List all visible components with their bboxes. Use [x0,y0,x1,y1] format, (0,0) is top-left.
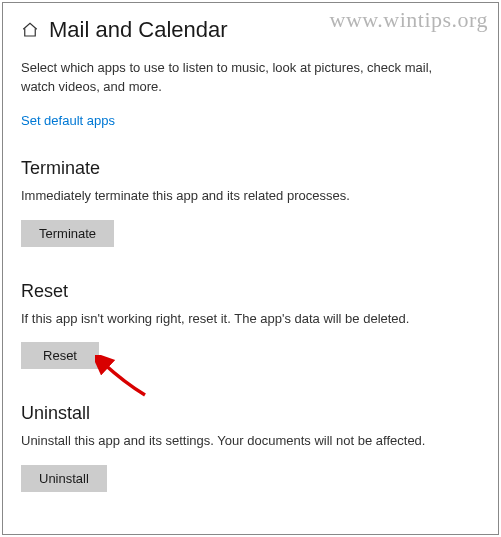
reset-section: Reset If this app isn't working right, r… [21,281,480,370]
terminate-button[interactable]: Terminate [21,220,114,247]
uninstall-description: Uninstall this app and its settings. You… [21,432,451,451]
page-header: Mail and Calendar [21,17,480,43]
reset-description: If this app isn't working right, reset i… [21,310,451,329]
terminate-description: Immediately terminate this app and its r… [21,187,451,206]
page-title: Mail and Calendar [49,17,228,43]
set-default-apps-link[interactable]: Set default apps [21,113,115,128]
intro-description: Select which apps to use to listen to mu… [21,59,451,97]
uninstall-title: Uninstall [21,403,480,424]
terminate-section: Terminate Immediately terminate this app… [21,158,480,247]
reset-title: Reset [21,281,480,302]
terminate-title: Terminate [21,158,480,179]
uninstall-section: Uninstall Uninstall this app and its set… [21,403,480,492]
uninstall-button[interactable]: Uninstall [21,465,107,492]
reset-button[interactable]: Reset [21,342,99,369]
home-icon[interactable] [21,21,39,39]
